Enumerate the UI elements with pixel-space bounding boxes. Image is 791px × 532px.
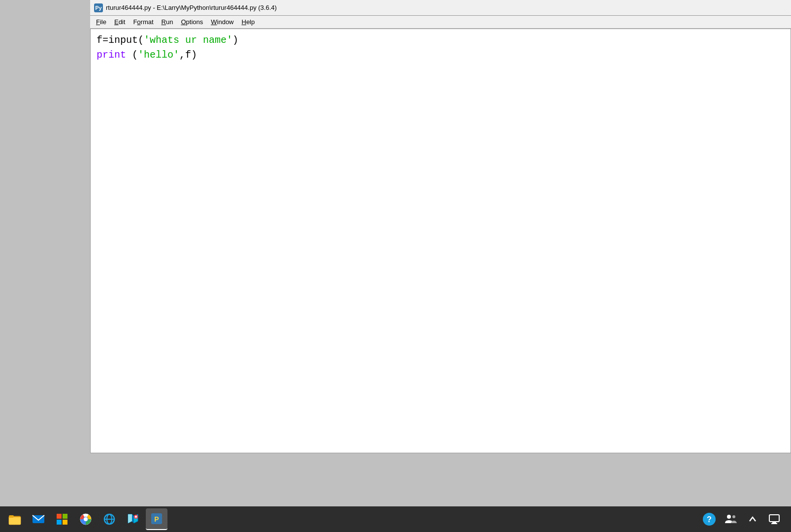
title-bar: Py rturur464444.py - E:\Larry\MyPython\r… [90, 0, 791, 16]
menu-bar: File Edit Format Run Options Window Help [90, 16, 791, 29]
svg-rect-5 [63, 514, 67, 519]
menu-file[interactable]: File [92, 17, 110, 27]
menu-format[interactable]: Format [129, 17, 157, 27]
svg-marker-16 [128, 514, 132, 523]
menu-edit[interactable]: Edit [110, 17, 129, 27]
display-icon[interactable] [765, 510, 783, 528]
menu-edit-label: Edit [114, 18, 125, 26]
menu-window[interactable]: Window [207, 17, 237, 27]
menu-help-label: Help [242, 18, 255, 26]
taskbar-store[interactable] [51, 508, 73, 530]
menu-help[interactable]: Help [238, 17, 259, 27]
chevron-up-icon[interactable] [744, 510, 761, 528]
taskbar-python-idle[interactable]: P [146, 508, 167, 530]
code-editor[interactable]: f=input('whats ur name') print ('hello',… [90, 29, 791, 453]
menu-run[interactable]: Run [158, 17, 177, 27]
menu-window-label: Window [211, 18, 233, 26]
taskbar-file-explorer[interactable] [4, 508, 26, 530]
svg-point-18 [135, 516, 137, 518]
taskbar-right: ? [700, 510, 787, 528]
left-panel [0, 0, 90, 453]
taskbar-ie[interactable] [99, 508, 120, 530]
svg-rect-2 [9, 515, 14, 518]
svg-rect-25 [769, 515, 779, 522]
taskbar-chrome[interactable] [75, 508, 97, 530]
app-icon: Py [94, 3, 103, 12]
help-icon[interactable]: ? [700, 510, 718, 528]
taskbar-maps[interactable] [122, 508, 144, 530]
svg-rect-4 [57, 514, 62, 519]
code-line-1: f=input('whats ur name') [97, 33, 785, 48]
taskbar-mail[interactable] [28, 508, 49, 530]
svg-rect-6 [57, 520, 62, 525]
svg-text:P: P [154, 515, 159, 523]
menu-options-label: Options [181, 18, 203, 26]
menu-options[interactable]: Options [177, 17, 207, 27]
title-text: rturur464444.py - E:\Larry\MyPython\rtur… [106, 4, 277, 11]
people-icon[interactable] [722, 510, 740, 528]
menu-run-label: Run [162, 18, 173, 26]
svg-rect-7 [63, 520, 67, 525]
menu-format-label: Format [133, 18, 153, 26]
svg-rect-1 [9, 517, 21, 525]
svg-text:?: ? [707, 515, 712, 524]
menu-file-label: File [96, 18, 106, 26]
taskbar: P ? [0, 506, 791, 532]
code-line-2: print ('hello',f) [97, 48, 785, 63]
svg-point-24 [732, 515, 735, 518]
svg-point-23 [727, 515, 731, 519]
svg-point-10 [84, 517, 88, 521]
taskbar-icons: P [4, 508, 700, 530]
